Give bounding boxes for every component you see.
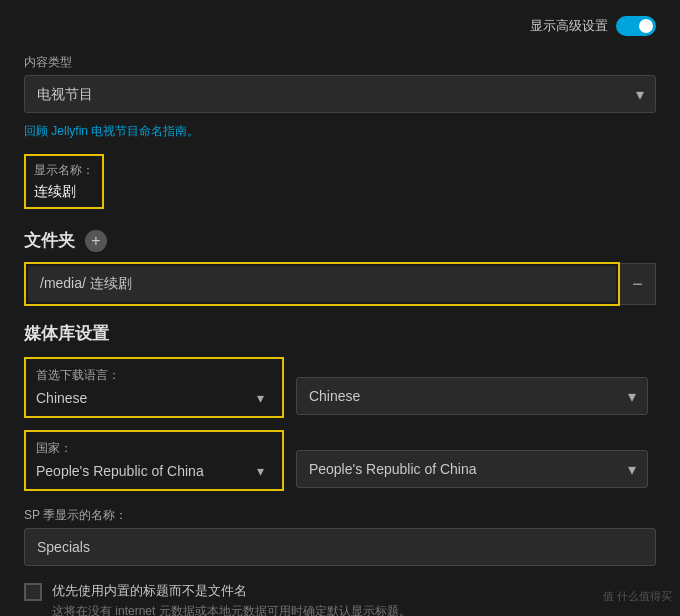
media-library-title: 媒体库设置 xyxy=(24,322,656,345)
display-name-box: 显示名称： 连续剧 xyxy=(24,154,104,209)
country-box: 国家： People's Republic of China ▾ xyxy=(24,430,284,491)
display-name-value: 连续剧 xyxy=(34,183,94,201)
folders-header: 文件夹 + xyxy=(24,229,656,252)
preferred-lang-full-select[interactable]: Chinese xyxy=(296,377,648,415)
prefer-metadata-checkbox[interactable] xyxy=(24,583,42,601)
specials-label: SP 季显示的名称： xyxy=(24,507,656,524)
prefer-metadata-text-group: 优先使用内置的标题而不是文件名 这将在没有 internet 元数据或本地元数据… xyxy=(52,582,656,616)
content-type-select[interactable]: 电视节目 xyxy=(24,75,656,113)
folder-path-input[interactable] xyxy=(28,266,616,302)
top-bar: 显示高级设置 xyxy=(24,16,656,36)
preferred-lang-label: 首选下载语言： xyxy=(36,367,272,384)
toggle-label: 显示高级设置 xyxy=(530,17,608,35)
preferred-lang-select-wrapper: Chinese ▾ xyxy=(36,388,272,408)
jellyfin-link-anchor[interactable]: Jellyfin 电视节目命名指南。 xyxy=(51,124,199,138)
country-select-wrapper: People's Republic of China ▾ xyxy=(36,461,272,481)
watermark: 值 什么值得买 xyxy=(603,589,672,604)
folders-title: 文件夹 xyxy=(24,229,75,252)
checkboxes-container: 优先使用内置的标题而不是文件名 这将在没有 internet 元数据或本地元数据… xyxy=(24,582,656,616)
country-label: 国家： xyxy=(36,440,272,457)
country-full-select[interactable]: People's Republic of China xyxy=(296,450,648,488)
specials-section: SP 季显示的名称： xyxy=(24,507,656,566)
prefer-metadata-main-text: 优先使用内置的标题而不是文件名 xyxy=(52,582,656,600)
checkbox-row-prefer-metadata: 优先使用内置的标题而不是文件名 这将在没有 internet 元数据或本地元数据… xyxy=(24,582,656,616)
folder-input-box xyxy=(24,262,620,306)
content-type-section: 内容类型 电视节目 ▾ xyxy=(24,54,656,113)
folder-remove-button[interactable]: − xyxy=(620,263,656,305)
prefer-metadata-sub-text: 这将在没有 internet 元数据或本地元数据可用时确定默认显示标题。 xyxy=(52,603,656,616)
jellyfin-link-row: 回顾 Jellyfin 电视节目命名指南。 xyxy=(24,123,656,140)
preferred-lang-select[interactable]: Chinese xyxy=(36,388,272,408)
country-select[interactable]: People's Republic of China xyxy=(36,461,272,481)
folder-row: − xyxy=(24,262,656,306)
media-library-section: 媒体库设置 首选下载语言： Chinese ▾ Chinese ▾ xyxy=(24,322,656,491)
display-name-section: 显示名称： 连续剧 xyxy=(24,154,656,209)
add-folder-button[interactable]: + xyxy=(85,230,107,252)
display-name-label: 显示名称： xyxy=(34,162,94,179)
content-type-label: 内容类型 xyxy=(24,54,656,71)
folders-section: 文件夹 + − xyxy=(24,229,656,306)
advanced-settings-toggle[interactable] xyxy=(616,16,656,36)
preferred-lang-box: 首选下载语言： Chinese ▾ xyxy=(24,357,284,418)
content-type-select-wrapper: 电视节目 ▾ xyxy=(24,75,656,113)
jellyfin-link-prefix: 回顾 xyxy=(24,124,48,138)
specials-input[interactable] xyxy=(24,528,656,566)
watermark-text: 值 什么值得买 xyxy=(603,590,672,602)
